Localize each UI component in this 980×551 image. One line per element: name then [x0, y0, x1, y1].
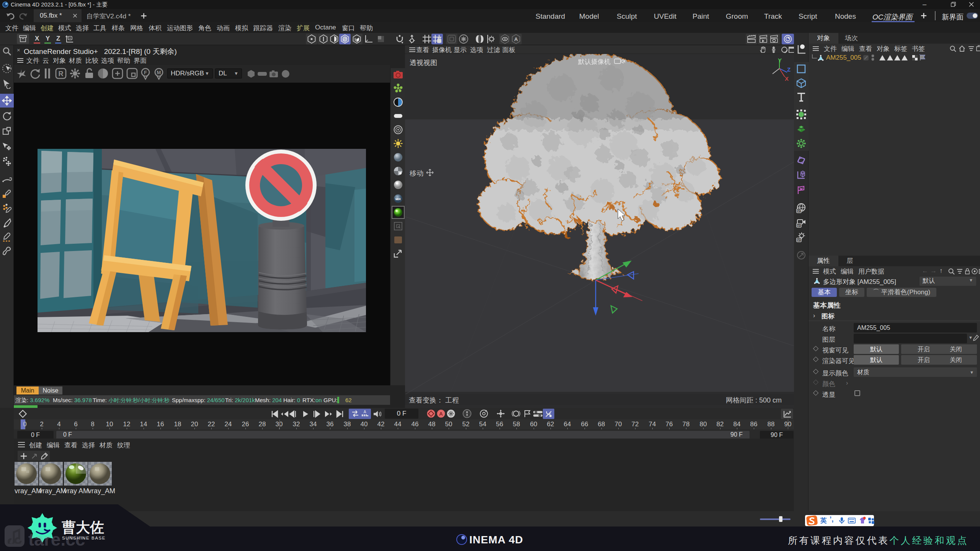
svg-text:F: F: [144, 70, 147, 75]
svg-text:ST: ST: [797, 239, 801, 241]
svg-text:A: A: [364, 410, 366, 414]
svg-text:A: A: [514, 36, 518, 42]
svg-text:A: A: [439, 411, 443, 417]
svg-text:Z: Z: [787, 66, 791, 73]
svg-text:ST: ST: [797, 210, 801, 212]
svg-text:X: X: [785, 75, 789, 82]
svg-text:M: M: [157, 70, 161, 75]
svg-text:R: R: [59, 70, 64, 78]
svg-text:Y: Y: [778, 57, 782, 64]
svg-text:MIX: MIX: [395, 197, 401, 201]
svg-text:ST: ST: [797, 224, 801, 227]
